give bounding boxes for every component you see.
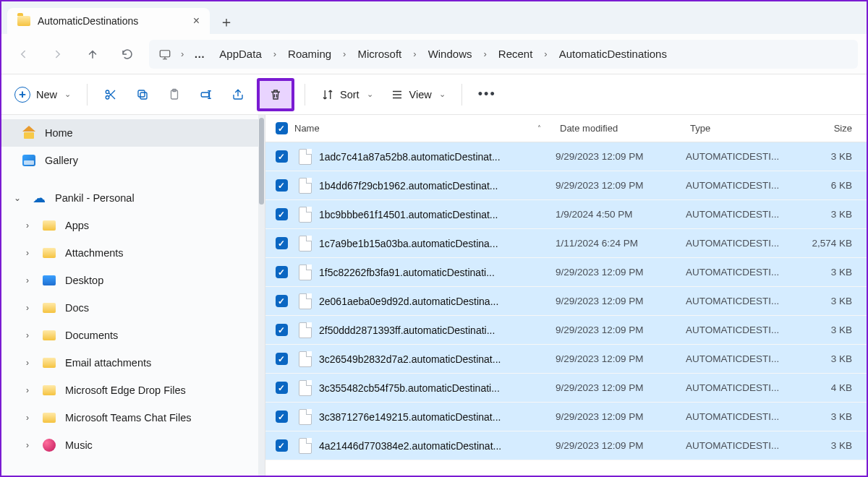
rename-button[interactable] bbox=[193, 82, 219, 108]
tab-close-icon[interactable]: × bbox=[193, 15, 200, 27]
chevron-right-icon: › bbox=[22, 413, 33, 423]
file-name: 1f5c82262fb3fa91.automaticDestinati... bbox=[319, 267, 556, 278]
sidebar-item-label: Docs bbox=[65, 302, 89, 314]
file-date: 9/29/2023 12:09 PM bbox=[556, 151, 686, 162]
sidebar-item-label: Apps bbox=[65, 220, 89, 231]
row-checkbox[interactable]: ✓ bbox=[276, 439, 288, 452]
sidebar-item-label: Desktop bbox=[65, 275, 103, 286]
file-row[interactable]: ✓ 4a21446d770384e2.automaticDestinat... … bbox=[265, 431, 867, 460]
file-icon bbox=[299, 409, 312, 425]
sidebar-item-documents[interactable]: › Documents bbox=[1, 322, 265, 349]
sidebar-item-home[interactable]: Home bbox=[1, 119, 265, 147]
sidebar-item-email-attachments[interactable]: › Email attachments bbox=[1, 349, 265, 377]
share-button[interactable] bbox=[225, 82, 251, 108]
file-size: 3 KB bbox=[794, 151, 867, 162]
sidebar-item-attachments[interactable]: › Attachments bbox=[1, 239, 265, 267]
row-checkbox[interactable]: ✓ bbox=[276, 295, 288, 307]
sidebar-item-label: Microsoft Edge Drop Files bbox=[65, 384, 186, 396]
file-name: 2f50ddd2871393ff.automaticDestinati... bbox=[319, 325, 556, 336]
file-row[interactable]: ✓ 3c355482cb54f75b.automaticDestinati...… bbox=[265, 374, 867, 403]
row-checkbox[interactable]: ✓ bbox=[276, 411, 288, 423]
file-size: 3 KB bbox=[794, 440, 867, 451]
more-button[interactable]: ••• bbox=[472, 82, 502, 108]
breadcrumb-appdata[interactable]: AppData bbox=[213, 48, 267, 60]
row-checkbox[interactable]: ✓ bbox=[276, 208, 288, 220]
sidebar-item-docs[interactable]: › Docs bbox=[1, 294, 265, 322]
file-icon bbox=[299, 293, 312, 309]
file-row[interactable]: ✓ 3c3871276e149215.automaticDestinat... … bbox=[265, 403, 867, 431]
back-button[interactable] bbox=[10, 41, 36, 67]
column-header-date[interactable]: Date modified bbox=[556, 123, 686, 134]
file-row[interactable]: ✓ 1c7a9be1b15a03ba.automaticDestina... 1… bbox=[265, 229, 867, 258]
chevron-right-icon: › bbox=[340, 48, 349, 59]
file-list-pane: ✓ Name ˄ Date modified Type Size ✓ 1adc7… bbox=[265, 115, 867, 476]
sidebar-item-edge-drop[interactable]: › Microsoft Edge Drop Files bbox=[1, 377, 265, 404]
navigation-sidebar[interactable]: Home Gallery ⌄ ☁ Pankil - Personal › App… bbox=[1, 115, 265, 476]
share-icon bbox=[231, 88, 244, 101]
tab-active[interactable]: AutomaticDestinations × bbox=[7, 8, 210, 34]
sidebar-item-label: Email attachments bbox=[65, 357, 151, 369]
scissors-icon bbox=[104, 88, 117, 101]
copy-button[interactable] bbox=[129, 82, 156, 108]
breadcrumb-roaming[interactable]: Roaming bbox=[282, 48, 337, 60]
file-row[interactable]: ✓ 2e061aeba0e9d92d.automaticDestina... 9… bbox=[265, 287, 867, 316]
file-size: 3 KB bbox=[794, 209, 867, 220]
up-button[interactable] bbox=[80, 41, 106, 67]
file-row[interactable]: ✓ 1f5c82262fb3fa91.automaticDestinati...… bbox=[265, 258, 867, 287]
row-checkbox[interactable]: ✓ bbox=[276, 237, 288, 249]
row-checkbox[interactable]: ✓ bbox=[276, 266, 288, 278]
refresh-button[interactable] bbox=[114, 41, 140, 67]
row-checkbox[interactable]: ✓ bbox=[276, 382, 288, 394]
main-area: Home Gallery ⌄ ☁ Pankil - Personal › App… bbox=[1, 115, 867, 476]
breadcrumb-recent[interactable]: Recent bbox=[493, 48, 539, 60]
file-row[interactable]: ✓ 1b4dd67f29cb1962.automaticDestinat... … bbox=[265, 171, 867, 200]
column-header-name[interactable]: Name ˄ bbox=[292, 123, 556, 134]
breadcrumb-microsoft[interactable]: Microsoft bbox=[352, 48, 407, 60]
column-header-type[interactable]: Type bbox=[686, 123, 794, 134]
chevron-right-icon: › bbox=[22, 303, 33, 313]
home-icon bbox=[22, 126, 36, 140]
row-checkbox[interactable]: ✓ bbox=[276, 179, 288, 192]
file-row[interactable]: ✓ 3c26549b2832d7a2.automaticDestinat... … bbox=[265, 345, 867, 374]
file-icon bbox=[299, 178, 312, 194]
toolbar-divider bbox=[461, 84, 462, 106]
pc-icon bbox=[155, 44, 175, 64]
sidebar-item-teams-chat[interactable]: › Microsoft Teams Chat Files bbox=[1, 404, 265, 431]
sidebar-item-gallery[interactable]: Gallery bbox=[1, 147, 265, 174]
breadcrumb-windows[interactable]: Windows bbox=[422, 48, 478, 60]
forward-button[interactable] bbox=[45, 41, 71, 67]
file-date: 1/9/2024 4:50 PM bbox=[556, 209, 686, 220]
chevron-right-icon: › bbox=[22, 248, 33, 258]
view-button[interactable]: View ⌄ bbox=[385, 82, 451, 108]
folder-icon bbox=[42, 383, 56, 398]
paste-button[interactable] bbox=[161, 82, 187, 108]
file-size: 3 KB bbox=[794, 411, 867, 422]
file-size: 4 KB bbox=[794, 382, 867, 393]
file-type: AUTOMATICDESTI... bbox=[686, 440, 794, 451]
new-tab-button[interactable]: ＋ bbox=[214, 9, 239, 34]
sidebar-item-music[interactable]: › Music bbox=[1, 431, 265, 459]
file-row[interactable]: ✓ 1adc7c41a87a52b8.automaticDestinat... … bbox=[265, 142, 867, 171]
sidebar-item-label: Microsoft Teams Chat Files bbox=[65, 412, 192, 424]
chevron-down-icon: ⌄ bbox=[367, 90, 373, 99]
sidebar-item-desktop[interactable]: › Desktop bbox=[1, 267, 265, 294]
cut-button[interactable] bbox=[98, 82, 124, 108]
sidebar-item-account[interactable]: ⌄ ☁ Pankil - Personal bbox=[1, 184, 265, 212]
delete-button[interactable] bbox=[257, 78, 294, 111]
row-checkbox[interactable]: ✓ bbox=[276, 353, 288, 365]
row-checkbox[interactable]: ✓ bbox=[276, 150, 288, 163]
breadcrumb-current[interactable]: AutomaticDestinations bbox=[553, 48, 673, 60]
address-bar[interactable]: › … AppData › Roaming › Microsoft › Wind… bbox=[149, 40, 858, 69]
file-name: 3c3871276e149215.automaticDestinat... bbox=[319, 411, 556, 423]
row-checkbox[interactable]: ✓ bbox=[276, 324, 288, 336]
file-row[interactable]: ✓ 1bc9bbbe61f14501.automaticDestinat... … bbox=[265, 200, 867, 229]
file-rows-container[interactable]: ✓ 1adc7c41a87a52b8.automaticDestinat... … bbox=[265, 142, 867, 476]
new-button[interactable]: + New ⌄ bbox=[9, 82, 77, 108]
sidebar-item-apps[interactable]: › Apps bbox=[1, 212, 265, 239]
column-header-size[interactable]: Size bbox=[794, 123, 867, 134]
file-row[interactable]: ✓ 2f50ddd2871393ff.automaticDestinati...… bbox=[265, 316, 867, 345]
scrollbar[interactable] bbox=[258, 115, 265, 476]
select-all-checkbox[interactable]: ✓ bbox=[271, 122, 292, 134]
breadcrumb-overflow[interactable]: … bbox=[190, 48, 210, 60]
sort-button[interactable]: Sort ⌄ bbox=[315, 82, 379, 108]
